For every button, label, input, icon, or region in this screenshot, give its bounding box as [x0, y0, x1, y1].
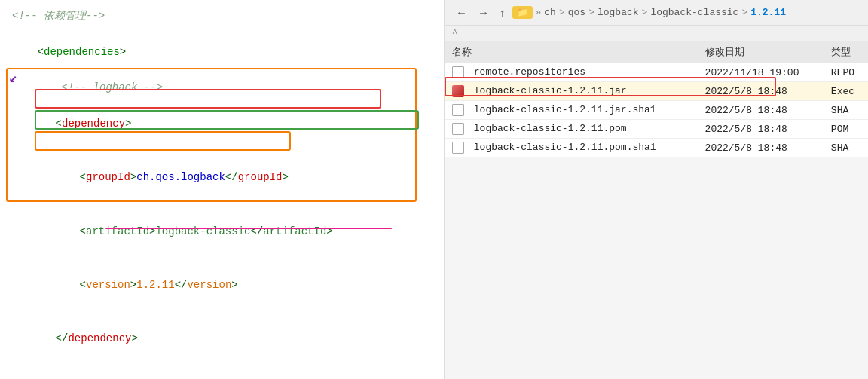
up-button[interactable]: ↑ — [496, 5, 509, 20]
dep1-artifactid: <artifactId>logback-classic</artifactId> — [12, 205, 432, 258]
file-icon — [452, 104, 464, 116]
right-panel: ← → ↑ 📁 » ch > qos > logback > logback-c… — [445, 0, 868, 379]
breadcrumb-qos[interactable]: qos — [568, 7, 585, 18]
col-date: 修改日期 — [698, 41, 824, 63]
file-toolbar: ← → ↑ 📁 » ch > qos > logback > logback-c… — [445, 0, 868, 26]
table-row[interactable]: remote.repositories 2022/11/18 19:00 REP… — [445, 63, 868, 82]
table-header-row: 名称 修改日期 类型 — [445, 41, 868, 63]
arrow-indicator: ↙ — [9, 69, 17, 86]
breadcrumb-logback-classic[interactable]: logback-classic — [650, 7, 738, 18]
back-button[interactable]: ← — [452, 5, 471, 20]
jar-file-icon — [452, 85, 464, 97]
coord-annotation-line: <!-- junit --> 坐标由：<groupId>、<artifactId… — [12, 368, 432, 379]
file-date-cell: 2022/5/8 18:48 — [698, 82, 824, 101]
file-date-cell: 2022/11/18 19:00 — [698, 63, 824, 82]
file-date-cell: 2022/5/8 18:48 — [698, 139, 824, 157]
file-icon — [452, 142, 464, 154]
table-row[interactable]: logback-classic-1.2.11.pom 2022/5/8 18:4… — [445, 120, 868, 139]
breadcrumb-root-icon: 📁 — [512, 6, 533, 19]
underline-annotation — [105, 228, 392, 229]
breadcrumb: 📁 » ch > qos > logback > logback-classic… — [512, 6, 787, 19]
file-date-cell: 2022/5/8 18:48 — [698, 101, 824, 120]
dep1-close: </dependency> — [12, 313, 432, 366]
file-name-cell: logback-classic-1.2.11.pom.sha1 — [445, 139, 698, 157]
dependencies-open: <dependencies> — [12, 26, 432, 79]
dep1-version: <version>1.2.11</version> — [12, 258, 432, 312]
file-icon — [452, 123, 464, 135]
left-panel: ↙ <!-- 依赖管理--> <dependencies> <!-- logba… — [0, 0, 445, 379]
file-type-cell: POM — [824, 120, 868, 139]
file-icon — [452, 66, 464, 78]
dep1-open: <dependency> — [12, 97, 432, 151]
file-table-body: remote.repositories 2022/11/18 19:00 REP… — [445, 63, 868, 157]
file-type-cell: REPO — [824, 63, 868, 82]
col-name: 名称 — [445, 41, 698, 63]
file-type-cell: Exec — [824, 82, 868, 101]
breadcrumb-version[interactable]: 1.2.11 — [750, 7, 786, 18]
file-name-cell: remote.repositories — [445, 63, 698, 82]
table-row-jar[interactable]: logback-classic-1.2.11.jar 2022/5/8 18:4… — [445, 82, 868, 101]
comment-logback: <!-- logback --> — [12, 79, 432, 97]
file-name-cell: logback-classic-1.2.11.pom — [445, 120, 698, 139]
file-table-header: 名称 修改日期 类型 — [445, 41, 868, 63]
col-type: 类型 — [824, 41, 868, 63]
comment-deps: <!-- 依赖管理--> — [12, 8, 432, 26]
breadcrumb-ch[interactable]: ch — [544, 7, 556, 18]
file-table: 名称 修改日期 类型 remote.repositories 2022/11/1… — [445, 41, 868, 157]
table-row[interactable]: logback-classic-1.2.11.jar.sha1 2022/5/8… — [445, 101, 868, 120]
file-name-cell: logback-classic-1.2.11.jar.sha1 — [445, 101, 698, 120]
file-type-cell: SHA — [824, 101, 868, 120]
file-type-cell: SHA — [824, 139, 868, 157]
sort-bar: ^ — [445, 26, 868, 41]
table-row[interactable]: logback-classic-1.2.11.pom.sha1 2022/5/8… — [445, 139, 868, 157]
file-name-cell: logback-classic-1.2.11.jar — [445, 82, 698, 101]
dep1-groupid: <groupId>ch.qos.logback</groupId> — [12, 151, 432, 204]
forward-button[interactable]: → — [474, 5, 493, 20]
breadcrumb-logback[interactable]: logback — [598, 7, 639, 18]
right-container: 使用坐标定位到jar包 名称 修改日期 类型 remot — [445, 41, 868, 379]
file-date-cell: 2022/5/8 18:48 — [698, 120, 824, 139]
file-list-wrapper: 名称 修改日期 类型 remote.repositories 2022/11/1… — [445, 41, 868, 379]
